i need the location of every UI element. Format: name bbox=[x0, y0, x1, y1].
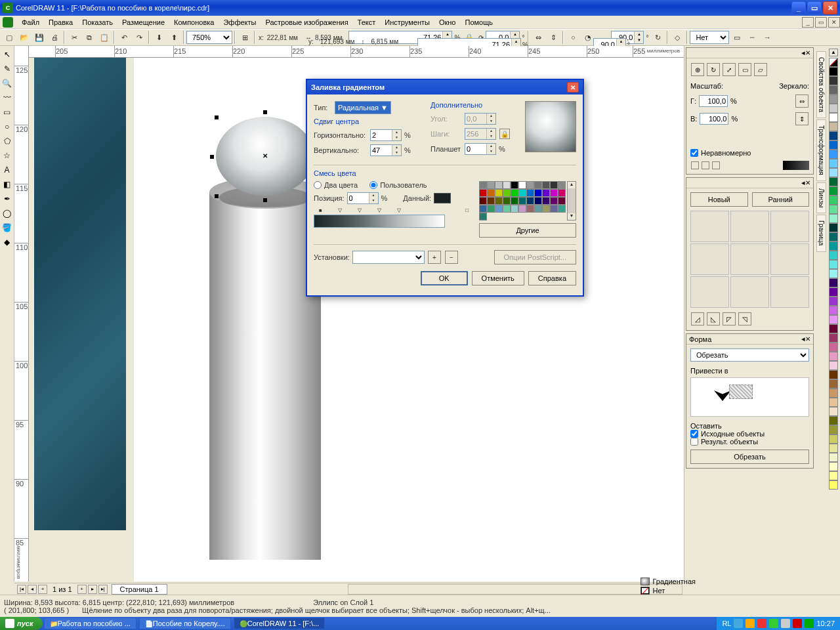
palette-cell[interactable] bbox=[558, 189, 566, 197]
color-swatch[interactable] bbox=[829, 150, 838, 159]
close-button[interactable]: ✕ bbox=[823, 1, 837, 14]
palette-cell[interactable] bbox=[534, 205, 542, 213]
menu-effects[interactable]: Эффекты bbox=[219, 17, 261, 28]
outline-arrow-icon[interactable]: → bbox=[760, 30, 774, 45]
position-input[interactable]: ▲▼ bbox=[347, 192, 379, 204]
menu-layout[interactable]: Компоновка bbox=[169, 17, 219, 28]
lens-slot[interactable] bbox=[690, 211, 729, 242]
palette-cell[interactable] bbox=[526, 197, 534, 205]
anchor-tl[interactable] bbox=[691, 161, 699, 169]
gradient-type-select[interactable]: Радиальная▼ bbox=[335, 101, 391, 114]
convert-icon[interactable]: ◇ bbox=[670, 30, 684, 45]
color-swatch[interactable] bbox=[829, 416, 838, 425]
maximize-button[interactable]: ▭ bbox=[807, 1, 822, 14]
fill-tool-icon[interactable]: 🪣 bbox=[1, 221, 14, 234]
color-swatch[interactable] bbox=[829, 251, 838, 260]
palette-cell[interactable] bbox=[518, 205, 526, 213]
palette-cell[interactable] bbox=[550, 189, 558, 197]
palette-cell[interactable] bbox=[526, 189, 534, 197]
palette-up-icon[interactable]: ▲ bbox=[829, 49, 838, 56]
menu-file[interactable]: Файл bbox=[17, 17, 44, 28]
gradient-marker[interactable]: ■ bbox=[319, 207, 322, 213]
palette-cell[interactable] bbox=[542, 189, 550, 197]
page-prev-icon[interactable]: ◂ bbox=[28, 585, 37, 594]
effect-tool-icon[interactable]: ◧ bbox=[1, 178, 14, 191]
palette-cell[interactable] bbox=[479, 213, 487, 220]
polygon-tool-icon[interactable]: ⬠ bbox=[1, 135, 14, 148]
palette-cell[interactable] bbox=[534, 181, 542, 189]
color-swatch[interactable] bbox=[829, 260, 838, 269]
color-swatch[interactable] bbox=[829, 297, 838, 306]
rectangle-tool-icon[interactable]: ▭ bbox=[1, 106, 14, 119]
menu-view[interactable]: Показать bbox=[77, 17, 117, 28]
menu-text[interactable]: Текст bbox=[353, 17, 381, 28]
palette-cell[interactable] bbox=[542, 181, 550, 189]
palette-cell[interactable] bbox=[550, 205, 558, 213]
palette-cell[interactable] bbox=[534, 197, 542, 205]
transform-rotate-icon[interactable]: ↻ bbox=[707, 63, 720, 76]
cancel-button[interactable]: Отменить bbox=[472, 271, 524, 285]
steps-lock-icon[interactable]: 🔒 bbox=[499, 129, 510, 139]
palette-cell[interactable] bbox=[550, 197, 558, 205]
transform-h-input[interactable] bbox=[699, 95, 728, 107]
export-icon[interactable]: ⬆ bbox=[167, 30, 181, 45]
tray-icon[interactable] bbox=[781, 619, 790, 628]
lang-indicator[interactable]: RL bbox=[722, 620, 731, 627]
app-menu-icon[interactable] bbox=[3, 17, 13, 28]
color-swatch[interactable] bbox=[829, 398, 838, 407]
palette-cell[interactable] bbox=[534, 189, 542, 197]
gradient-marker[interactable]: ▽ bbox=[397, 207, 401, 213]
direction-icon[interactable]: ↻ bbox=[650, 30, 665, 45]
ellipse-icon[interactable]: ○ bbox=[566, 30, 580, 45]
color-swatch[interactable] bbox=[829, 278, 838, 287]
color-swatch[interactable] bbox=[829, 67, 838, 76]
color-swatch[interactable] bbox=[829, 131, 838, 140]
custom-radio[interactable]: Пользователь bbox=[369, 181, 427, 189]
color-swatch[interactable] bbox=[829, 223, 838, 232]
taskbar-task-active[interactable]: 🟢 CorelDRAW 11 - [F:\... bbox=[234, 618, 326, 629]
open-icon[interactable]: 📂 bbox=[17, 30, 32, 45]
color-swatch[interactable] bbox=[829, 379, 838, 388]
gradient-marker[interactable]: ▽ bbox=[377, 207, 381, 213]
palette-cell[interactable] bbox=[526, 181, 534, 189]
palette-cell[interactable] bbox=[503, 197, 511, 205]
import-icon[interactable]: ⬇ bbox=[152, 30, 166, 45]
lens-slot[interactable] bbox=[690, 276, 729, 308]
shape-tool-icon[interactable]: ✎ bbox=[1, 62, 14, 75]
text-tool-icon[interactable]: A bbox=[1, 163, 14, 177]
page-add1-icon[interactable]: + bbox=[38, 585, 47, 594]
page-first-icon[interactable]: |◂ bbox=[17, 585, 26, 594]
gradient-marker[interactable]: ▽ bbox=[358, 207, 362, 213]
star-tool-icon[interactable]: ☆ bbox=[1, 149, 14, 162]
color-swatch[interactable] bbox=[829, 122, 838, 131]
color-swatch[interactable] bbox=[829, 205, 838, 214]
color-swatch[interactable] bbox=[829, 315, 838, 324]
sel-handle-bl[interactable] bbox=[215, 194, 219, 198]
palette-cell[interactable] bbox=[518, 189, 526, 197]
sel-handle-bc[interactable] bbox=[263, 198, 267, 202]
palette-cell[interactable] bbox=[495, 189, 503, 197]
snap-icon[interactable]: ⊞ bbox=[238, 30, 252, 45]
gradient-marker[interactable]: □ bbox=[465, 207, 469, 213]
tray-icon[interactable] bbox=[769, 619, 778, 628]
lens-slot[interactable] bbox=[730, 211, 769, 242]
mirror-h-button[interactable]: ⇔ bbox=[795, 94, 808, 108]
lens-mode-3-icon[interactable]: ◸ bbox=[723, 312, 736, 326]
nonuniform-checkbox[interactable]: Неравномерно bbox=[690, 149, 809, 157]
new-icon[interactable]: ▢ bbox=[2, 30, 16, 45]
color-swatch[interactable] bbox=[829, 425, 838, 434]
palette-cell[interactable] bbox=[495, 181, 503, 189]
sel-handle-ml[interactable] bbox=[210, 155, 214, 159]
palette-cell[interactable] bbox=[511, 205, 518, 213]
tray-icon[interactable] bbox=[757, 619, 766, 628]
horizontal-scrollbar[interactable] bbox=[348, 584, 682, 595]
palette-cell[interactable] bbox=[518, 197, 526, 205]
mirror-v-icon[interactable]: ⇕ bbox=[546, 30, 560, 45]
lens-mode-1-icon[interactable]: ◿ bbox=[691, 312, 704, 326]
no-color-swatch[interactable] bbox=[829, 58, 838, 67]
docker-close-icon[interactable]: ✕ bbox=[805, 179, 810, 186]
other-colors-button[interactable]: Другие bbox=[479, 223, 576, 238]
palette-scroll-down[interactable]: ▼ bbox=[568, 213, 576, 220]
color-swatch[interactable] bbox=[829, 140, 838, 150]
sel-center[interactable]: ✕ bbox=[262, 152, 268, 159]
